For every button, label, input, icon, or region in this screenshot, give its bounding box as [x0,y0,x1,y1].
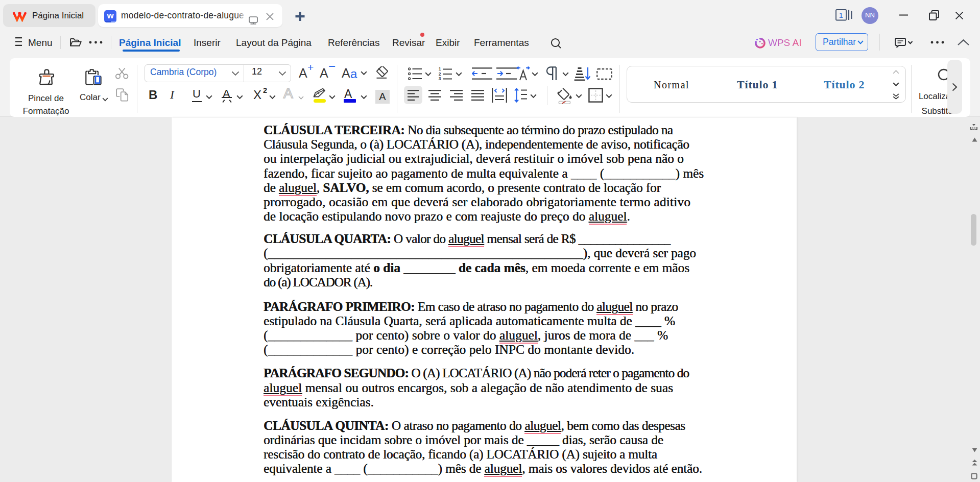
svg-text:3: 3 [439,76,441,81]
svg-text:1: 1 [839,11,843,19]
svg-text:2: 2 [439,71,441,77]
